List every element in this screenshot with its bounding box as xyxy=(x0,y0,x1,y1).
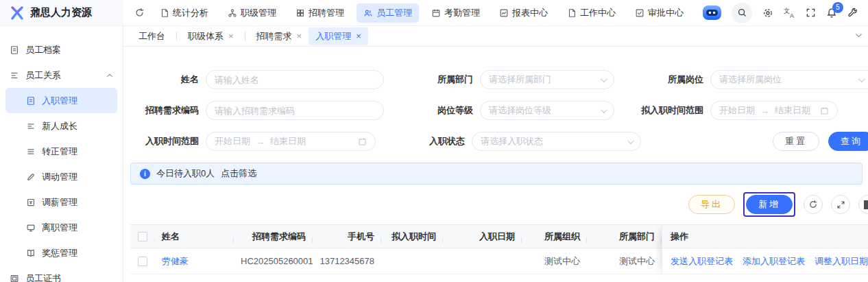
ai-assistant-avatar[interactable] xyxy=(703,5,721,20)
tools-button[interactable] xyxy=(847,8,858,19)
tab-label: 招聘需求 xyxy=(256,30,292,43)
add-button[interactable]: 新增 xyxy=(746,195,793,214)
nav-item-rank-management[interactable]: 职级管理 xyxy=(221,3,283,23)
search-icon xyxy=(737,8,747,18)
svg-text:文: 文 xyxy=(784,8,790,14)
sidebar-item-label: 员工档案 xyxy=(25,44,61,56)
app-window: 鼐思人力资源 统计分析 职级管理 xyxy=(0,0,868,282)
tab-label: 工作台 xyxy=(138,30,165,43)
brand-logo-icon xyxy=(10,5,25,21)
adjust-entry-date-link[interactable]: 调整入职日期 xyxy=(815,255,868,268)
nav-item-employee-management[interactable]: 员工管理 xyxy=(357,3,419,23)
tab-label: 入职管理 xyxy=(315,30,351,43)
filter-row-2: 招聘需求编码 岗位等级 请选择岗位等级 拟入职时间范围 开始日期 → 结束日期 xyxy=(130,101,868,120)
position-label: 所属岗位 xyxy=(632,73,703,86)
search-button[interactable] xyxy=(732,3,752,23)
tab-rank-system[interactable]: 职级体系 × xyxy=(181,27,241,45)
table-fullscreen-button[interactable] xyxy=(831,195,850,214)
sidebar-item-employee-archive[interactable]: 员工档案 xyxy=(0,37,123,62)
nav-item-label: 报表中心 xyxy=(512,7,548,19)
language-button[interactable]: 文A xyxy=(784,7,795,19)
fullscreen-button[interactable] xyxy=(806,8,816,18)
sidebar-item-resignation[interactable]: 离职管理 xyxy=(0,215,123,240)
operation-cell: 发送入职登记表 添加入职登记表 调整入职日期 ⋮ xyxy=(662,248,868,274)
position-level-select[interactable]: 请选择岗位等级 xyxy=(480,101,614,120)
export-button[interactable]: 导出 xyxy=(688,195,735,214)
department-select[interactable]: 请选择所属部门 xyxy=(480,70,614,89)
employee-name-link[interactable]: 劳健豪 xyxy=(162,256,189,266)
tab-list-chevron-down-icon[interactable] xyxy=(855,32,863,38)
calendar-icon xyxy=(820,106,829,115)
nav-refresh-icon[interactable] xyxy=(134,8,145,18)
refresh-table-button[interactable] xyxy=(804,195,823,214)
tab-workbench[interactable]: 工作台 xyxy=(132,27,172,45)
sidebar-item-label: 奖惩管理 xyxy=(42,247,77,259)
nav-item-approval-center[interactable]: 审批中心 xyxy=(628,3,690,23)
sidebar: 员工档案 员工关系 入职管理 新人成长 转正管理 xyxy=(0,26,123,282)
name-input[interactable] xyxy=(215,75,375,85)
arrow-right-icon: → xyxy=(256,137,265,147)
send-onboarding-form-link[interactable]: 发送入职登记表 xyxy=(671,255,733,268)
filter-buttons: 重置 查询 xyxy=(773,132,868,151)
column-settings-button[interactable] xyxy=(858,195,868,214)
add-button-highlight-box: 新增 xyxy=(743,192,795,217)
header-requirement-code: 招聘需求编码 xyxy=(234,231,313,243)
tab-recruit-requirement[interactable]: 招聘需求 × xyxy=(250,27,309,45)
notice-filter-link[interactable]: 点击筛选 xyxy=(221,167,256,180)
cell-org: 测试中心 xyxy=(522,255,587,268)
close-icon[interactable]: × xyxy=(228,32,234,40)
nav-item-recruit-management[interactable]: 招聘管理 xyxy=(289,3,351,23)
nav-item-label: 招聘管理 xyxy=(309,7,344,19)
certificate-icon xyxy=(10,274,19,282)
add-onboarding-form-link[interactable]: 添加入职登记表 xyxy=(743,255,805,268)
nav-item-label: 职级管理 xyxy=(241,7,276,19)
entry-status-select[interactable]: 请选择入职状态 xyxy=(472,132,641,151)
nav-item-work-center[interactable]: 工作中心 xyxy=(560,3,623,23)
sidebar-item-newcomer-growth[interactable]: 新人成长 xyxy=(0,113,123,139)
nav-item-statistics[interactable]: 统计分析 xyxy=(153,3,215,23)
department-label: 所属部门 xyxy=(413,73,473,86)
search-button[interactable]: 查询 xyxy=(828,132,868,151)
sidebar-item-probation[interactable]: 转正管理 xyxy=(0,139,123,164)
document-icon xyxy=(567,8,577,18)
sidebar-item-transfer[interactable]: 调动管理 xyxy=(0,164,123,189)
chart-icon xyxy=(499,8,509,18)
header-phone: 手机号 xyxy=(313,231,381,243)
position-select[interactable]: 请选择所属岗位 xyxy=(710,70,868,89)
header-entry-date: 入职日期 xyxy=(443,231,522,243)
reset-button[interactable]: 重置 xyxy=(773,132,819,151)
sidebar-item-employee-certificate[interactable]: 员工证书 xyxy=(0,266,123,282)
settings-button[interactable] xyxy=(762,8,773,19)
notification-button[interactable]: 5 xyxy=(826,8,837,19)
operation-column: 操作 发送入职登记表 添加入职登记表 调整入职日期 ⋮ xyxy=(662,225,868,274)
nav-item-attendance-management[interactable]: 考勤管理 xyxy=(424,3,487,23)
sidebar-item-salary-adjust[interactable]: 调薪管理 xyxy=(0,189,123,215)
calendar-icon xyxy=(431,8,441,18)
row-checkbox[interactable] xyxy=(138,257,147,266)
chevron-up-icon[interactable] xyxy=(106,73,113,78)
chevron-down-icon xyxy=(858,75,865,82)
document-icon xyxy=(10,45,19,55)
planned-date-range-label: 拟入职时间范围 xyxy=(632,104,703,117)
check-square-icon xyxy=(635,8,644,18)
book-icon xyxy=(26,248,36,258)
planned-date-range-picker[interactable]: 开始日期 → 结束日期 xyxy=(710,101,838,120)
sidebar-item-reward-punishment[interactable]: 奖惩管理 xyxy=(0,240,123,266)
nav-item-report-center[interactable]: 报表中心 xyxy=(492,3,555,23)
requirement-code-input[interactable] xyxy=(215,106,375,116)
cell-dept: 测试中心 xyxy=(587,255,662,268)
select-all-checkbox[interactable] xyxy=(138,232,147,242)
close-icon[interactable]: × xyxy=(356,32,361,40)
entry-date-range-picker[interactable]: 开始日期 → 结束日期 xyxy=(206,132,376,151)
grid-icon xyxy=(296,8,305,18)
nav-item-label: 员工管理 xyxy=(376,7,412,19)
position-level-label: 岗位等级 xyxy=(413,104,473,117)
nav-item-label: 考勤管理 xyxy=(444,7,480,19)
sidebar-item-onboarding[interactable]: 入职管理 xyxy=(5,88,117,113)
close-icon[interactable]: × xyxy=(297,32,302,40)
sidebar-group-employee-relations[interactable]: 员工关系 xyxy=(0,62,123,88)
body: 员工档案 员工关系 入职管理 新人成长 转正管理 xyxy=(0,26,868,282)
tab-separator xyxy=(176,32,177,40)
nav-item-label: 审批中心 xyxy=(648,7,684,19)
tab-onboarding[interactable]: 入职管理 × xyxy=(309,27,368,45)
